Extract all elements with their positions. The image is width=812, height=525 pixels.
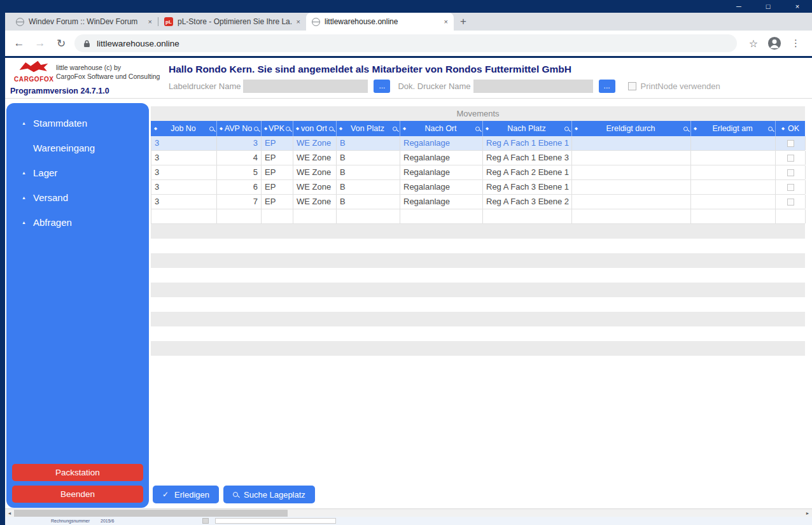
column-search-icon[interactable] bbox=[564, 127, 569, 131]
address-bar[interactable]: littlewarehouse.online bbox=[74, 34, 737, 52]
ok-checkbox[interactable] bbox=[787, 169, 794, 176]
cell-von-platz: B bbox=[337, 180, 400, 194]
column-search-icon[interactable] bbox=[768, 127, 773, 131]
doc-printer-browse-button[interactable]: ... bbox=[599, 80, 615, 93]
maximize-button[interactable]: □ bbox=[753, 0, 783, 13]
cell-job-no: 3 bbox=[151, 180, 217, 194]
scroll-left-icon[interactable]: ◄ bbox=[5, 509, 14, 517]
scroll-right-icon[interactable]: ► bbox=[803, 509, 812, 517]
tab-close-icon[interactable]: × bbox=[297, 18, 300, 25]
bookmark-star-icon[interactable]: ☆ bbox=[749, 38, 758, 50]
doc-printer-input[interactable] bbox=[473, 80, 593, 93]
address-text: littlewarehouse.online bbox=[97, 39, 179, 48]
cell-job-no: 3 bbox=[151, 165, 217, 179]
column-search-icon[interactable] bbox=[254, 127, 258, 131]
forward-icon[interactable]: → bbox=[32, 37, 48, 50]
column-header-job-no[interactable]: ◆ Job No bbox=[151, 121, 217, 136]
cell-ereldigt-durch bbox=[572, 136, 691, 150]
cell-avp-no: 4 bbox=[217, 151, 262, 165]
program-version: Programmversion 24.7.1.0 bbox=[10, 87, 109, 95]
cell-vpk: EP bbox=[262, 195, 293, 209]
label-printer-input[interactable] bbox=[243, 80, 368, 93]
browser-tab-pl-store[interactable]: pL pL-Store - Optimieren Sie Ihre La... … bbox=[158, 13, 306, 31]
column-search-icon[interactable] bbox=[329, 127, 333, 131]
label-printer-browse-button[interactable]: ... bbox=[374, 80, 390, 93]
sidebar-item-stammdaten[interactable]: ▲ Stammdaten bbox=[6, 111, 149, 136]
column-search-icon[interactable] bbox=[209, 127, 214, 131]
cell-ok bbox=[776, 165, 806, 179]
sidebar-item-lager[interactable]: ▲ Lager bbox=[6, 160, 149, 185]
column-search-icon[interactable] bbox=[475, 127, 480, 131]
column-header-nach-ort[interactable]: ◆ Nach Ort bbox=[400, 121, 483, 136]
table-row[interactable]: 3 5 EP WE Zone B Regalanlage Reg A Fach … bbox=[151, 165, 805, 180]
table-row[interactable]: 3 3 EP WE Zone B Regalanlage Reg A Fach … bbox=[151, 136, 805, 151]
tab-strip: Windev Forum :: WinDev Forum × pL pL-Sto… bbox=[5, 13, 812, 31]
suche-lageplatz-button[interactable]: Suche Lageplatz bbox=[223, 486, 315, 503]
printnode-checkbox[interactable] bbox=[628, 82, 636, 90]
triangle-up-icon: ▲ bbox=[22, 121, 28, 125]
column-header-ereldigt-durch[interactable]: ◆ Ereldigt durch bbox=[572, 121, 691, 136]
credit-line-2: CargoFox Software und Consulting bbox=[56, 73, 160, 81]
profile-avatar[interactable] bbox=[767, 36, 781, 50]
app-header: CARGOFOX little warehouse (c) by CargoFo… bbox=[5, 58, 812, 99]
table-header-row: ◆ Job No ◆ AVP No ◆ VPK bbox=[151, 121, 805, 136]
credit-line-1: little warehouse (c) by bbox=[56, 64, 160, 73]
tab-close-icon[interactable]: × bbox=[444, 18, 448, 25]
suche-lageplatz-label: Suche Lageplatz bbox=[244, 490, 305, 500]
printnode-label: PrintNode verwenden bbox=[641, 81, 720, 91]
reload-icon[interactable]: ↻ bbox=[53, 37, 69, 50]
sidebar-item-abfragen[interactable]: ▲ Abfragen bbox=[6, 210, 149, 235]
cell-von-platz: B bbox=[337, 136, 400, 150]
column-header-von-ort[interactable]: ◆ von Ort bbox=[293, 121, 337, 136]
rechnungsnummer-label: Rechnungsnummer bbox=[51, 519, 90, 523]
erledigen-button[interactable]: ✓ Erledigen bbox=[153, 486, 219, 503]
tab-close-icon[interactable]: × bbox=[148, 18, 152, 25]
clipped-input bbox=[215, 518, 336, 524]
sidebar-item-label: Lager bbox=[33, 167, 57, 178]
column-header-von-platz[interactable]: ◆ Von Platz bbox=[337, 121, 400, 136]
close-button[interactable]: × bbox=[783, 0, 812, 13]
brand-text: CARGOFOX bbox=[14, 76, 53, 83]
table-row[interactable]: 3 4 EP WE Zone B Regalanlage Reg A Fach … bbox=[151, 151, 805, 165]
avatar-icon bbox=[767, 36, 781, 50]
browser-window: ─ □ × Windev Forum :: WinDev Forum × pL … bbox=[5, 0, 812, 525]
cell-vpk: EP bbox=[262, 151, 293, 165]
back-icon[interactable]: ← bbox=[11, 37, 27, 50]
column-header-avp-no[interactable]: ◆ AVP No bbox=[217, 121, 262, 136]
globe-icon bbox=[16, 18, 24, 26]
lock-icon bbox=[83, 39, 90, 48]
sidebar-item-wareneingang[interactable]: Wareneingang bbox=[6, 136, 149, 160]
ok-checkbox[interactable] bbox=[787, 184, 794, 191]
new-tab-button[interactable]: + bbox=[454, 13, 473, 31]
cell-avp-no: 6 bbox=[217, 180, 262, 194]
column-search-icon[interactable] bbox=[286, 127, 290, 131]
browser-menu-icon[interactable]: ⋮ bbox=[791, 38, 801, 49]
cell-von-ort: WE Zone bbox=[293, 151, 337, 165]
ok-checkbox[interactable] bbox=[787, 199, 794, 206]
packstation-button[interactable]: Packstation bbox=[12, 464, 143, 481]
column-header-vpk[interactable]: ◆ VPK bbox=[262, 121, 293, 136]
cell-ok bbox=[776, 136, 806, 150]
cell-erledigt-am bbox=[691, 151, 776, 165]
ok-checkbox[interactable] bbox=[787, 155, 794, 162]
minimize-button[interactable]: ─ bbox=[724, 0, 753, 13]
column-search-icon[interactable] bbox=[393, 127, 397, 131]
table-row[interactable]: 3 7 EP WE Zone B Regalanlage Reg A Fach … bbox=[151, 195, 805, 209]
column-search-icon[interactable] bbox=[683, 127, 688, 131]
ok-checkbox[interactable] bbox=[787, 140, 794, 147]
horizontal-scrollbar[interactable]: ◄ ► bbox=[5, 508, 812, 517]
column-header-erledigt-am[interactable]: ◆ Erledigt am bbox=[691, 121, 776, 136]
column-header-ok[interactable]: ◆ OK bbox=[776, 121, 806, 136]
cell-avp-no: 5 bbox=[217, 165, 262, 179]
sort-icon: ◆ bbox=[264, 126, 267, 131]
sort-icon: ◆ bbox=[694, 126, 697, 131]
scrollbar-thumb[interactable] bbox=[14, 510, 288, 517]
clipped-box bbox=[202, 518, 209, 524]
column-header-nach-platz[interactable]: ◆ Nach Platz bbox=[483, 121, 572, 136]
beenden-button[interactable]: Beenden bbox=[12, 486, 143, 503]
cell-nach-platz: Reg A Fach 1 Ebene 1 bbox=[483, 136, 572, 150]
browser-tab-windev-forum[interactable]: Windev Forum :: WinDev Forum × bbox=[10, 13, 158, 31]
browser-tab-littlewarehouse[interactable]: littlewarehouse.online × bbox=[306, 13, 454, 31]
table-row[interactable]: 3 6 EP WE Zone B Regalanlage Reg A Fach … bbox=[151, 180, 805, 195]
sidebar-item-versand[interactable]: ▲ Versand bbox=[6, 185, 149, 210]
